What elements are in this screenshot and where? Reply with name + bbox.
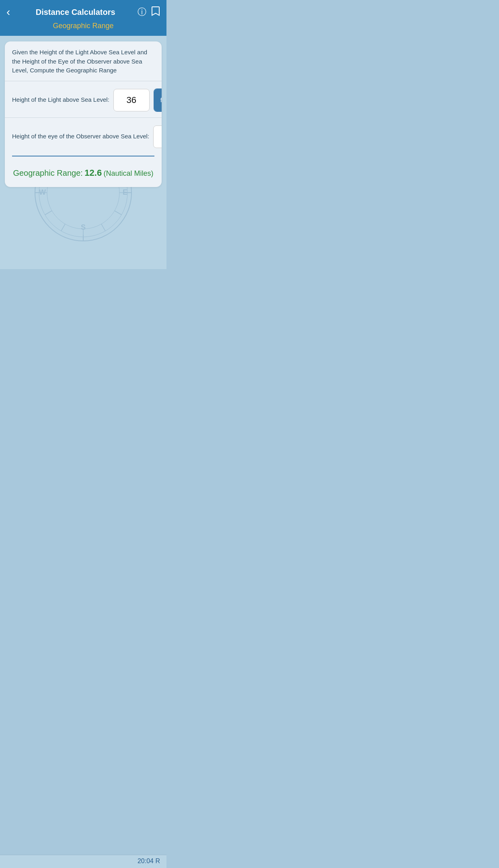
field1-input[interactable]: [113, 89, 150, 111]
svg-text:S: S: [81, 223, 86, 231]
page-title: Distance Calculators: [13, 8, 138, 17]
bookmark-icon[interactable]: [151, 6, 160, 19]
svg-text:W: W: [39, 188, 46, 196]
field1-row: Height of the Light above Sea Level: fee…: [12, 88, 154, 112]
field2-input[interactable]: [153, 125, 162, 148]
field2-section: Height of the eye of the Observer above …: [5, 118, 162, 159]
field2-row: Height of the eye of the Observer above …: [12, 125, 154, 148]
result-value: 12.6: [84, 168, 102, 178]
field2-label: Height of the eye of the Observer above …: [12, 132, 149, 140]
description-text: Given the Height of the Light Above Sea …: [12, 49, 147, 74]
back-button[interactable]: ‹: [6, 5, 13, 19]
main-content: N S W E 360 010 020 090 Given the Height…: [0, 36, 166, 269]
page-subtitle: Geographic Range: [6, 22, 160, 32]
field1-label: Height of the Light above Sea Level:: [12, 96, 109, 104]
header-icons: ⓘ: [138, 6, 160, 19]
calculator-card: Given the Height of the Light Above Sea …: [5, 41, 162, 187]
field1-feet-button[interactable]: feet: [154, 89, 162, 111]
result-section: Geographic Range: 12.6 (Nautical Miles): [5, 159, 162, 187]
svg-line-19: [101, 224, 105, 231]
header: ‹ Distance Calculators ⓘ Geographic Rang…: [0, 0, 166, 36]
info-icon[interactable]: ⓘ: [138, 6, 146, 18]
field1-unit-toggle: feet meters: [154, 88, 162, 112]
result-unit: (Nautical Miles): [104, 169, 154, 177]
svg-line-18: [115, 211, 121, 215]
result-label: Geographic Range:: [13, 169, 82, 177]
field1-section: Height of the Light above Sea Level: fee…: [5, 81, 162, 118]
svg-line-21: [61, 224, 65, 231]
divider: [12, 156, 154, 156]
svg-line-22: [45, 211, 52, 215]
svg-text:E: E: [123, 188, 127, 196]
header-top-bar: ‹ Distance Calculators ⓘ: [6, 5, 160, 19]
description-section: Given the Height of the Light Above Sea …: [5, 41, 162, 81]
